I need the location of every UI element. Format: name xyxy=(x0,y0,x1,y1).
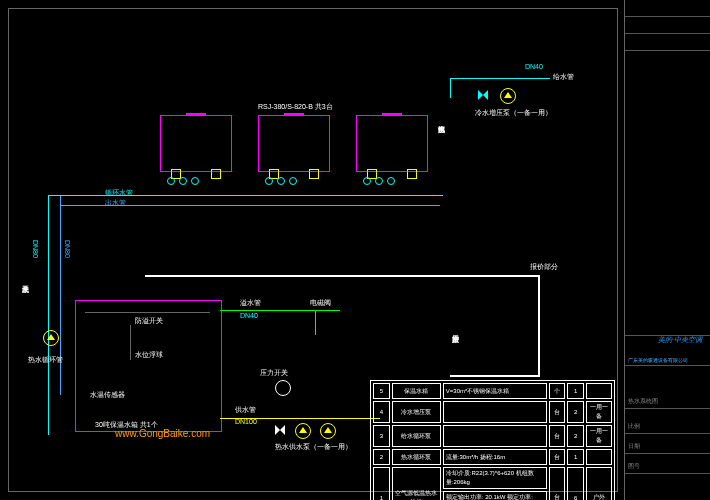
left-pipe-cyan xyxy=(48,195,49,435)
cold-pump-label: 冷水增压泵（一备一用） xyxy=(475,108,552,118)
tb-num: 图号 xyxy=(625,460,710,474)
supply-dn: DN100 xyxy=(235,418,257,425)
hot-pump-2 xyxy=(320,423,336,439)
company-logo: 美的·中央空调 xyxy=(658,335,702,345)
title-block: 美的·中央空调 广东美的暖通设备有限公司 热水系统图 比例 日期 图号 xyxy=(624,0,710,500)
dn80-2: DN80 xyxy=(64,240,71,258)
tank-top-line xyxy=(85,312,210,313)
tank-sensor: 水温传感器 xyxy=(90,390,125,400)
supply-pipe: 供水管 xyxy=(235,405,256,415)
out-pipe: 出水管 xyxy=(105,198,126,208)
table-row: 1空气源低温热水机组冷却介质:R22(3.7)*6+620 机组数量:206kg… xyxy=(373,467,612,489)
heatpump-unit-2 xyxy=(258,115,330,172)
sys-line-h2 xyxy=(450,375,540,377)
table-row: 5保温水箱V=30m³不锈钢保温水箱个1 xyxy=(373,383,612,399)
heatpump-unit-1 xyxy=(160,115,232,172)
tank-sw: 防溢开关 xyxy=(135,316,163,326)
cold-valve-icon xyxy=(478,90,488,100)
solenoid-label: 电磁阀 xyxy=(310,298,331,308)
hot-circ-label: 热水循环管 xyxy=(28,355,63,365)
table-row: 4冷水增压泵台2一用一备 xyxy=(373,401,612,423)
overflow-line xyxy=(220,310,340,311)
supply-pipe-v xyxy=(450,78,451,98)
dn80-1: DN80 xyxy=(32,240,39,258)
heatpump-unit-3 xyxy=(356,115,428,172)
pressure-label: 压力开关 xyxy=(260,368,288,378)
units-label: RSJ-380/S-820-B 共3台 xyxy=(258,102,333,112)
watermark: www.GongBaike.com xyxy=(115,428,210,439)
sys-line-v xyxy=(538,275,540,375)
tank-rope: 水位浮球 xyxy=(135,350,163,360)
tb-row xyxy=(625,17,710,34)
table-row: 3给水循环泵台2一用一备 xyxy=(373,425,612,447)
table-row: 2热水循环泵流量:30m³/h 扬程:16m台1 xyxy=(373,449,612,465)
left-pipe-blue xyxy=(60,195,61,395)
overflow-label: 溢水管 xyxy=(240,298,261,308)
supply-pipe-h xyxy=(450,78,550,79)
equipment-table: 5保温水箱V=30m³不锈钢保温水箱个1 4冷水增压泵台2一用一备 3给水循环泵… xyxy=(370,380,615,500)
tb-date: 日期 xyxy=(625,440,710,454)
circ-pump-icon xyxy=(43,330,59,346)
dn40-label: DN40 xyxy=(525,63,543,70)
circ-pipe: 循环水管 xyxy=(105,188,133,198)
tank-rope-line xyxy=(130,325,131,360)
tb-spacer xyxy=(625,51,710,336)
scope-label: 报价部分 xyxy=(530,262,558,272)
overflow-dn: DN40 xyxy=(240,312,258,319)
sys-line-h xyxy=(145,275,540,277)
supply-valve xyxy=(275,425,285,435)
cad-canvas: RSJ-380/S-820-B 共3台 空气源热水机 DN40 给水管 冷水增压… xyxy=(0,0,710,500)
tb-scale: 比例 xyxy=(625,420,710,434)
tb-project: 广东美的暖通设备有限公司 xyxy=(625,355,710,366)
pressure-icon xyxy=(275,380,291,396)
cold-pump-icon xyxy=(500,88,516,104)
supply-label: 给水管 xyxy=(553,72,574,82)
tb-sheet: 热水系统图 xyxy=(625,395,710,409)
hot-pump-label: 热水供水泵（一备一用） xyxy=(275,442,352,452)
tb-row xyxy=(625,34,710,51)
hot-pump-1 xyxy=(295,423,311,439)
solenoid-stem xyxy=(315,310,316,335)
tb-row xyxy=(625,0,710,17)
